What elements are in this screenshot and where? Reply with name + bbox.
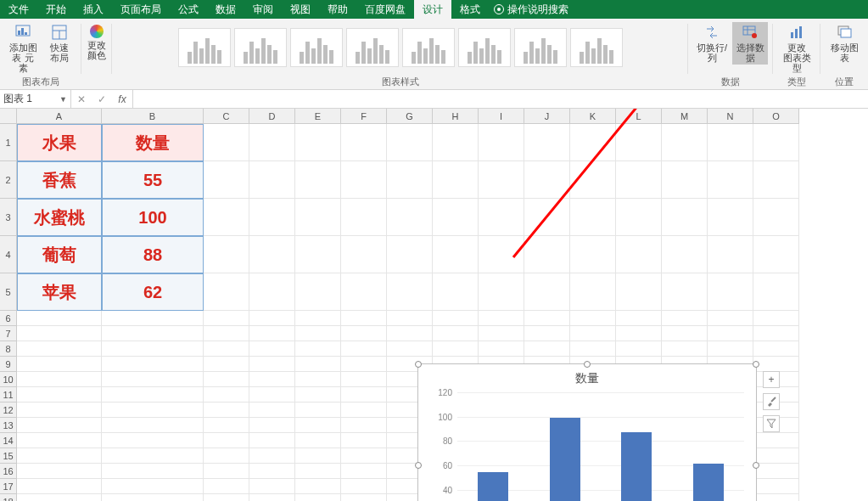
cell[interactable]: 100 — [102, 199, 204, 236]
col-header-K[interactable]: K — [570, 109, 616, 124]
cell[interactable] — [387, 341, 433, 357]
fx-icon[interactable]: fx — [112, 93, 132, 105]
cell[interactable] — [616, 341, 662, 357]
cell[interactable] — [387, 273, 433, 311]
chart-style-gallery[interactable] — [176, 22, 624, 73]
row-header[interactable]: 16 — [0, 464, 17, 479]
cell[interactable] — [387, 124, 433, 161]
chart-style-thumb[interactable] — [234, 28, 287, 67]
row-header[interactable]: 1 — [0, 124, 17, 161]
change-chart-type-button[interactable]: 更改 图表类型 — [778, 22, 815, 75]
row-header[interactable]: 9 — [0, 357, 17, 372]
cell[interactable] — [662, 199, 708, 236]
cell[interactable] — [341, 418, 387, 433]
cell[interactable] — [295, 341, 341, 357]
chart-bar[interactable] — [621, 432, 652, 501]
cell[interactable] — [102, 387, 204, 402]
cell[interactable] — [17, 433, 102, 448]
cell[interactable] — [570, 326, 616, 341]
cell[interactable] — [249, 402, 295, 418]
change-colors-button[interactable]: 更改 颜色 — [86, 22, 108, 63]
cell[interactable] — [662, 236, 708, 273]
cell[interactable] — [204, 387, 249, 402]
cell[interactable] — [295, 494, 341, 501]
menu-tab-百度网盘[interactable]: 百度网盘 — [356, 0, 414, 19]
cell[interactable] — [249, 236, 295, 273]
menu-tab-格式[interactable]: 格式 — [451, 0, 489, 19]
cell[interactable] — [17, 341, 102, 357]
move-chart-button[interactable]: 移动图表 — [826, 22, 863, 65]
cell[interactable]: 水蜜桃 — [17, 199, 102, 236]
cell[interactable] — [433, 161, 479, 199]
col-header-L[interactable]: L — [616, 109, 662, 124]
menu-tab-数据[interactable]: 数据 — [207, 0, 244, 19]
menu-tab-审阅[interactable]: 审阅 — [244, 0, 282, 19]
chart-bar[interactable] — [693, 464, 724, 501]
resize-handle[interactable] — [415, 361, 422, 368]
cell[interactable] — [102, 326, 204, 341]
row-header[interactable]: 8 — [0, 341, 17, 357]
cell[interactable] — [708, 124, 753, 161]
cell[interactable] — [662, 311, 708, 326]
menu-tab-视图[interactable]: 视图 — [282, 0, 319, 19]
cell[interactable] — [204, 236, 249, 273]
cell[interactable] — [662, 341, 708, 357]
cell[interactable] — [102, 433, 204, 448]
col-header-G[interactable]: G — [387, 109, 433, 124]
chart-style-thumb[interactable] — [346, 28, 399, 67]
row-header[interactable]: 13 — [0, 418, 17, 433]
cell[interactable] — [295, 418, 341, 433]
cell[interactable] — [341, 273, 387, 311]
cell[interactable] — [102, 402, 204, 418]
cell[interactable] — [479, 236, 524, 273]
add-chart-element-button[interactable]: 添加图表 元素 — [5, 22, 41, 75]
row-header[interactable]: 14 — [0, 433, 17, 448]
chart-bar[interactable] — [550, 418, 580, 501]
cell[interactable] — [204, 273, 249, 311]
cell[interactable]: 葡萄 — [17, 236, 102, 273]
chart-add-element-button[interactable]: + — [763, 371, 780, 388]
spreadsheet-grid[interactable]: ABCDEFGHIJKLMNO 1水果数量2香蕉553水蜜桃1004葡萄885苹… — [0, 109, 868, 501]
cell[interactable] — [295, 357, 341, 372]
cell[interactable] — [662, 273, 708, 311]
cell[interactable] — [708, 311, 753, 326]
cell[interactable] — [753, 124, 799, 161]
cell[interactable] — [102, 494, 204, 501]
cell[interactable] — [204, 124, 249, 161]
cell[interactable] — [341, 236, 387, 273]
cell[interactable] — [341, 341, 387, 357]
select-all-corner[interactable] — [0, 109, 17, 124]
row-header[interactable]: 5 — [0, 273, 17, 311]
cell[interactable] — [204, 199, 249, 236]
cell[interactable] — [204, 494, 249, 501]
cell[interactable] — [479, 273, 524, 311]
cell[interactable] — [753, 464, 799, 479]
cell[interactable] — [17, 357, 102, 372]
cell[interactable] — [341, 448, 387, 464]
chart-plot-area[interactable]: 020406080100120 — [457, 393, 744, 501]
chart-style-thumb[interactable] — [458, 28, 511, 67]
cell[interactable] — [753, 273, 799, 311]
cell[interactable] — [295, 464, 341, 479]
cell[interactable]: 55 — [102, 161, 204, 199]
cell[interactable] — [341, 494, 387, 501]
cell[interactable] — [570, 311, 616, 326]
cell[interactable]: 香蕉 — [17, 161, 102, 199]
cell[interactable] — [387, 326, 433, 341]
cell[interactable] — [204, 402, 249, 418]
cell[interactable] — [17, 311, 102, 326]
cell[interactable] — [102, 311, 204, 326]
col-header-F[interactable]: F — [341, 109, 387, 124]
cell[interactable] — [341, 479, 387, 494]
cell[interactable] — [341, 124, 387, 161]
cell[interactable] — [479, 341, 524, 357]
cell[interactable] — [102, 418, 204, 433]
resize-handle[interactable] — [584, 361, 591, 368]
cell[interactable] — [204, 326, 249, 341]
cell[interactable] — [616, 326, 662, 341]
quick-layout-button[interactable]: 快速布局 — [42, 22, 76, 65]
cell[interactable] — [524, 326, 570, 341]
cell[interactable] — [387, 161, 433, 199]
cell[interactable] — [102, 479, 204, 494]
cell[interactable] — [662, 326, 708, 341]
